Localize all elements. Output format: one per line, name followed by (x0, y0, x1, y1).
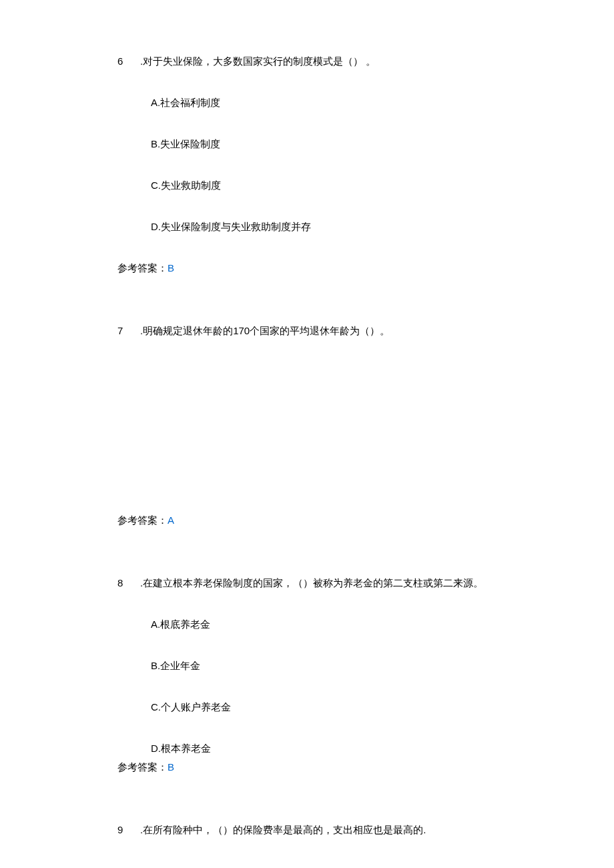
answer-line: 参考答案：B (117, 260, 534, 276)
question-8-stem: 8 .在建立根本养老保险制度的国家，（）被称为养老金的第二支柱或第二来源。 (117, 575, 534, 591)
question-text: .明确规定退休年龄的170个国家的平均退休年龄为（）。 (140, 323, 534, 339)
question-number: 7 (117, 323, 140, 339)
answer-value: A (168, 514, 174, 526)
option-b: B.失业保险制度 (117, 136, 534, 152)
option-b: B.企业年金 (117, 658, 534, 674)
option-a: A.社会福利制度 (117, 95, 534, 111)
answer-value: B (168, 761, 174, 773)
question-text: .对于失业保险，大多数国家实行的制度模式是（） 。 (140, 53, 534, 69)
question-text-prefix: .明确规定退休年龄的 (140, 325, 233, 336)
question-text-number: 170 (233, 325, 250, 336)
answer-line: 参考答案：A (117, 512, 534, 528)
question-8: 8 .在建立根本养老保险制度的国家，（）被称为养老金的第二支柱或第二来源。 A.… (117, 575, 534, 775)
question-9: 9 .在所有险种中，（）的保险费率是最高的，支出相应也是最高的. (117, 822, 534, 838)
option-a: A.根底养老金 (117, 616, 534, 632)
option-c: C.失业救助制度 (117, 177, 534, 193)
answer-label: 参考答案： (117, 514, 168, 526)
question-number: 8 (117, 575, 140, 591)
question-text-suffix: 个国家的平均退休年龄为（）。 (250, 325, 390, 336)
question-7: 7 .明确规定退休年龄的170个国家的平均退休年龄为（）。 参考答案：A (117, 323, 534, 528)
question-6-stem: 6 .对于失业保险，大多数国家实行的制度模式是（） 。 (117, 53, 534, 69)
question-number: 6 (117, 53, 140, 69)
question-number: 9 (117, 822, 140, 838)
answer-value: B (168, 262, 174, 274)
answer-label: 参考答案： (117, 761, 168, 773)
question-7-stem: 7 .明确规定退休年龄的170个国家的平均退休年龄为（）。 (117, 323, 534, 339)
answer-line: 参考答案：B (117, 759, 534, 775)
answer-label: 参考答案： (117, 262, 168, 274)
option-d: D.失业保险制度与失业救助制度并存 (117, 219, 534, 235)
option-d: D.根本养老金 (117, 741, 534, 757)
option-c: C.个人账户养老金 (117, 699, 534, 715)
question-6: 6 .对于失业保险，大多数国家实行的制度模式是（） 。 A.社会福利制度 B.失… (117, 53, 534, 276)
question-text: .在建立根本养老保险制度的国家，（）被称为养老金的第二支柱或第二来源。 (140, 575, 534, 591)
spacer (117, 339, 534, 512)
question-text: .在所有险种中，（）的保险费率是最高的，支出相应也是最高的. (140, 822, 534, 838)
question-9-stem: 9 .在所有险种中，（）的保险费率是最高的，支出相应也是最高的. (117, 822, 534, 838)
